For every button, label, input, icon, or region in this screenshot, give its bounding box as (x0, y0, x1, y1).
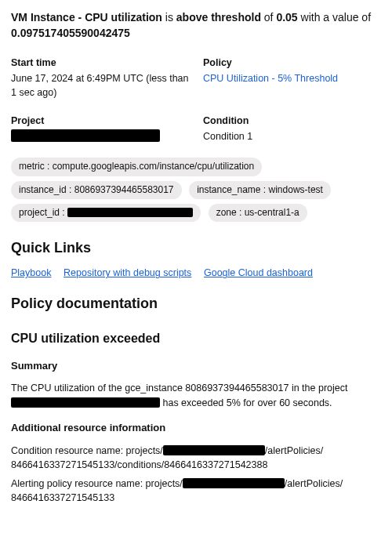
condition-label: Condition (203, 114, 381, 128)
headline-value: 0.097517405590042475 (11, 27, 130, 39)
dashboard-link[interactable]: Google Cloud dashboard (204, 267, 313, 278)
alert-project-redacted (183, 478, 285, 488)
repo-link[interactable]: Repository with debug scripts (64, 267, 191, 278)
quick-links-heading: Quick Links (11, 238, 381, 258)
chip-instance-name: instance_name : windows-test (189, 181, 331, 199)
start-time-label: Start time (11, 56, 189, 70)
details-grid: Start time June 17, 2024 at 6:49PM UTC (… (11, 56, 381, 144)
quick-links: Playbook Repository with debug scripts G… (11, 266, 381, 281)
headline-state: above threshold (176, 11, 261, 24)
addl-info-label: Additional resource information (11, 421, 381, 436)
project-id-redacted (67, 208, 193, 217)
summary-text: The CPU utilization of the gce_instance … (11, 381, 381, 409)
cond-project-redacted (163, 445, 265, 455)
policy-field: Policy CPU Utilization - 5% Threshold (203, 56, 381, 100)
policy-link[interactable]: CPU Utilization - 5% Threshold (203, 73, 338, 84)
policy-doc-heading: Policy documentation (11, 293, 381, 314)
condition-field: Condition Condition 1 (203, 114, 381, 143)
alert-headline: VM Instance - CPU utilization is above t… (11, 9, 381, 42)
summary-project-redacted (11, 397, 160, 408)
chip-metric: metric : compute.googleapis.com/instance… (11, 158, 262, 176)
start-time-field: Start time June 17, 2024 at 6:49PM UTC (… (11, 56, 189, 100)
project-redacted (11, 129, 160, 142)
condition-resource-name: Condition resource name: projects/ /aler… (11, 444, 381, 472)
alerting-policy-resource-name: Alerting policy resource name: projects/… (11, 477, 381, 505)
policy-label: Policy (203, 56, 381, 70)
condition-value: Condition 1 (203, 129, 381, 143)
chip-zone: zone : us-central1-a (209, 204, 307, 222)
chip-project-id: project_id : (11, 204, 201, 222)
doc-subheading: CPU utilization exceeded (11, 329, 381, 347)
summary-label: Summary (11, 359, 381, 374)
project-label: Project (11, 114, 189, 128)
start-time-value: June 17, 2024 at 6:49PM UTC (less than 1… (11, 71, 189, 100)
project-field: Project (11, 114, 189, 143)
playbook-link[interactable]: Playbook (11, 267, 51, 278)
headline-threshold: 0.05 (276, 11, 297, 24)
chip-instance-id: instance_id : 8086937394465583017 (11, 181, 182, 199)
headline-subject: VM Instance - CPU utilization (11, 11, 162, 24)
label-chips: metric : compute.googleapis.com/instance… (11, 154, 381, 223)
